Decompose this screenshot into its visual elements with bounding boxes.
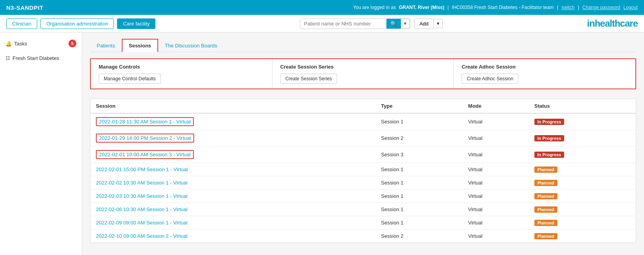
session-cell: 2022-02-01 15:00 PM Session 1 - Virtual (90, 163, 375, 176)
type-cell: Session 1 (375, 216, 462, 230)
mode-cell: Virtual (463, 216, 529, 230)
col-header-session: Session (90, 99, 375, 113)
search-input[interactable] (300, 19, 386, 29)
mode-cell: Virtual (463, 146, 529, 163)
status-badge: Planned (534, 220, 557, 226)
logo-in: in (587, 18, 595, 29)
mode-cell: Virtual (463, 230, 529, 243)
table-row: 2022-02-03 10:30 AM Session 1 - VirtualS… (90, 190, 636, 203)
status-badge: Planned (534, 180, 557, 186)
type-cell: Session 2 (375, 130, 462, 146)
tasks-badge: 5 (69, 40, 76, 47)
session-cell: 2022-01-28 11:30 AM Session 1 - Virtual (90, 113, 375, 130)
session-link[interactable]: 2022-02-06 10:30 AM Session 1 - Virtual (96, 206, 188, 212)
sidebar-item-tasks[interactable]: 🔔 Tasks 5 (0, 36, 82, 51)
col-header-status: Status (529, 99, 636, 113)
type-cell: Session 3 (375, 146, 462, 163)
status-cell: Planned (529, 190, 636, 203)
session-link[interactable]: 2022-01-29 14:00 PM Session 2 - Virtual (99, 135, 191, 141)
content-area: Patients Sessions The Discussion Boards … (82, 33, 644, 255)
status-badge: In Progress (534, 135, 565, 141)
col-header-mode: Mode (463, 99, 529, 113)
program-label: Fresh Start Diabetes (13, 55, 59, 61)
switch-paren-close: ) (578, 5, 579, 10)
type-cell: Session 1 (375, 203, 462, 216)
mode-cell: Virtual (463, 203, 529, 216)
status-badge: Planned (534, 193, 557, 199)
tab-discussion[interactable]: The Discussion Boards (158, 39, 224, 52)
session-link[interactable]: 2022-02-09 09:00 AM Session 1 - Virtual (96, 220, 188, 226)
create-session-series-section: Create Session Series Create Session Ser… (272, 59, 454, 89)
tab-sessions[interactable]: Sessions (122, 39, 158, 52)
manage-controls-title: Manage Controls (99, 64, 264, 70)
add-label: Add (419, 21, 428, 27)
separator: | (447, 5, 449, 10)
table-row: 2022-02-01 10:00 AM Session 3 - VirtualS… (90, 146, 636, 163)
session-cell: 2022-02-06 10:30 AM Session 1 - Virtual (90, 203, 375, 216)
org-name: IHC00358 Fresh Start Diabetes - Facilita… (452, 5, 554, 10)
table-row: 2022-02-09 09:00 AM Session 1 - VirtualS… (90, 216, 636, 230)
nav-bar: Clinician Organisation administration Ca… (0, 15, 644, 33)
app-title: N3-SANDPIT (6, 4, 43, 11)
status-cell: Planned (529, 216, 636, 230)
mode-cell: Virtual (463, 163, 529, 176)
org-admin-button[interactable]: Organisation administration (40, 18, 114, 29)
status-badge: In Progress (534, 152, 565, 158)
top-bar: N3-SANDPIT You are logged in as GRANT, R… (0, 0, 644, 15)
logout-link[interactable]: Logout (623, 5, 638, 10)
add-control: Add ▼ (414, 18, 443, 29)
create-adhoc-button[interactable]: Create Adhoc Session (462, 74, 518, 84)
manage-control-defaults-button[interactable]: Manage Control Defaults (99, 74, 161, 84)
type-cell: Session 1 (375, 176, 462, 190)
session-link[interactable]: 2022-02-03 10:30 AM Session 1 - Virtual (96, 193, 188, 199)
change-password-link[interactable]: Change password (583, 5, 621, 10)
status-cell: Planned (529, 230, 636, 243)
manage-controls-section: Manage Controls Manage Control Defaults (91, 59, 272, 89)
main-layout: 🔔 Tasks 5 ☷ Fresh Start Diabetes Patient… (0, 33, 644, 255)
session-cell: 2022-02-09 09:00 AM Session 1 - Virtual (90, 216, 375, 230)
tab-patients[interactable]: Patients (90, 39, 122, 52)
type-cell: Session 1 (375, 113, 462, 130)
add-dropdown[interactable]: ▼ (434, 19, 443, 28)
status-cell: Planned (529, 163, 636, 176)
session-cell: 2022-02-10 09:00 AM Session 2 - Virtual (90, 230, 375, 243)
nav-left: Clinician Organisation administration Ca… (6, 18, 155, 29)
nav-center: 🔍 ▼ Add ▼ (300, 18, 443, 29)
mode-cell: Virtual (463, 190, 529, 203)
session-link[interactable]: 2022-02-02 10:30 AM Session 1 - Virtual (96, 180, 188, 186)
search-dropdown[interactable]: ▼ (401, 19, 410, 28)
status-cell: In Progress (529, 130, 636, 146)
sidebar-item-program[interactable]: ☷ Fresh Start Diabetes (0, 51, 82, 65)
table-row: 2022-02-01 15:00 PM Session 1 - VirtualS… (90, 163, 636, 176)
search-button[interactable]: 🔍 (386, 19, 401, 29)
create-adhoc-title: Create Adhoc Session (462, 64, 628, 70)
table-row: 2022-02-10 09:00 AM Session 2 - VirtualS… (90, 230, 636, 243)
session-cell: 2022-02-01 10:00 AM Session 3 - Virtual (90, 146, 375, 163)
create-session-series-button[interactable]: Create Session Series (280, 74, 337, 84)
mode-cell: Virtual (463, 113, 529, 130)
top-bar-right: You are logged in as GRANT, River (Miss)… (353, 5, 638, 10)
sessions-table: Session Type Mode Status 2022-01-28 11:3… (90, 99, 636, 243)
table-row: 2022-02-06 10:30 AM Session 1 - VirtualS… (90, 203, 636, 216)
session-link[interactable]: 2022-01-28 11:30 AM Session 1 - Virtual (99, 119, 191, 125)
session-cell: 2022-02-03 10:30 AM Session 1 - Virtual (90, 190, 375, 203)
col-header-type: Type (375, 99, 462, 113)
status-badge: Planned (534, 206, 557, 213)
session-link[interactable]: 2022-02-01 15:00 PM Session 1 - Virtual (96, 166, 188, 172)
care-facility-button[interactable]: Care facility (117, 18, 155, 29)
clinician-button[interactable]: Clinician (6, 18, 37, 29)
switch-link[interactable]: switch (561, 5, 574, 10)
status-cell: Planned (529, 176, 636, 190)
user-name: GRANT, River (Miss) (399, 5, 444, 10)
status-cell: In Progress (529, 146, 636, 163)
status-badge: Planned (534, 166, 557, 173)
search-box: 🔍 ▼ (300, 18, 411, 29)
session-link[interactable]: 2022-02-10 09:00 AM Session 2 - Virtual (96, 233, 188, 239)
create-session-series-title: Create Session Series (280, 64, 446, 70)
user-info-label: You are logged in as (353, 5, 396, 10)
mode-cell: Virtual (463, 130, 529, 146)
session-link[interactable]: 2022-02-01 10:00 AM Session 3 - Virtual (99, 152, 191, 157)
table-row: 2022-02-02 10:30 AM Session 1 - VirtualS… (90, 176, 636, 190)
status-badge: Planned (534, 233, 557, 239)
add-button[interactable]: Add (414, 18, 433, 29)
